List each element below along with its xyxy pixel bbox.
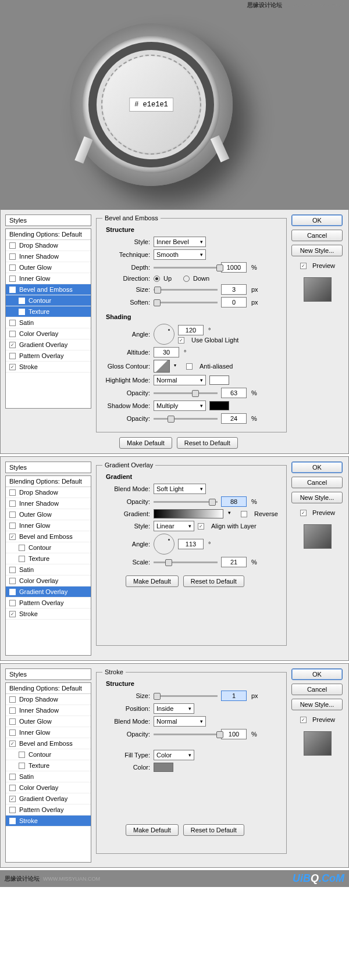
- style-outer-glow[interactable]: Outer Glow: [6, 509, 91, 520]
- grad-blend-dd[interactable]: Soft Light: [154, 484, 206, 494]
- stroke-size-slider[interactable]: [154, 695, 218, 697]
- blending-options[interactable]: Blending Options: Default: [6, 476, 91, 487]
- soften-input[interactable]: 0: [221, 297, 247, 307]
- style-texture[interactable]: Texture: [6, 553, 91, 564]
- preview-cb[interactable]: [300, 510, 307, 516]
- style-stroke[interactable]: Stroke: [6, 362, 91, 373]
- highlight-mode-dd[interactable]: Normal: [154, 375, 206, 385]
- style-inner-shadow[interactable]: Inner Shadow: [6, 251, 91, 262]
- cancel-button[interactable]: Cancel: [291, 684, 343, 695]
- angle-dial[interactable]: [154, 324, 174, 345]
- style-gradient-overlay[interactable]: Gradient Overlay: [6, 339, 91, 350]
- size-input[interactable]: 3: [221, 284, 247, 295]
- style-drop-shadow[interactable]: Drop Shadow: [6, 694, 91, 705]
- grad-scale-slider[interactable]: [154, 561, 218, 563]
- grad-opacity-slider[interactable]: [154, 501, 218, 503]
- preview-cb[interactable]: [300, 717, 307, 723]
- shadow-mode-dd[interactable]: Multiply: [154, 400, 206, 411]
- dir-down-radio[interactable]: [183, 276, 190, 282]
- reverse-cb[interactable]: [241, 511, 247, 517]
- dir-up-radio[interactable]: [154, 276, 160, 282]
- cancel-button[interactable]: Cancel: [291, 477, 343, 488]
- style-inner-glow[interactable]: Inner Glow: [6, 727, 91, 738]
- ok-button[interactable]: OK: [291, 462, 343, 473]
- style-color-overlay[interactable]: Color Overlay: [6, 575, 91, 586]
- ok-button[interactable]: OK: [291, 668, 343, 680]
- style-drop-shadow[interactable]: Drop Shadow: [6, 487, 91, 498]
- make-default-button[interactable]: Make Default: [119, 437, 172, 449]
- style-bevel-emboss[interactable]: Bevel and Emboss: [6, 531, 91, 542]
- ok-button[interactable]: OK: [291, 214, 343, 226]
- style-satin[interactable]: Satin: [6, 771, 91, 782]
- reset-default-button[interactable]: Reset to Default: [183, 824, 244, 836]
- hl-opacity-slider[interactable]: [154, 392, 218, 394]
- grad-angle-input[interactable]: 113: [178, 539, 204, 549]
- style-inner-glow[interactable]: Inner Glow: [6, 273, 91, 284]
- shadow-color[interactable]: [209, 401, 229, 410]
- style-pattern-overlay[interactable]: Pattern Overlay: [6, 804, 91, 816]
- reset-default-button[interactable]: Reset to Default: [177, 437, 238, 449]
- new-style-button[interactable]: New Style...: [291, 245, 343, 256]
- sh-opacity-input[interactable]: 24: [221, 413, 247, 424]
- make-default-button[interactable]: Make Default: [126, 575, 179, 587]
- highlight-color[interactable]: [209, 375, 229, 385]
- new-style-button[interactable]: New Style...: [291, 492, 343, 503]
- style-bevel-emboss[interactable]: Bevel and Emboss: [6, 738, 91, 749]
- cancel-button[interactable]: Cancel: [291, 230, 343, 241]
- style-pattern-overlay[interactable]: Pattern Overlay: [6, 350, 91, 362]
- style-satin[interactable]: Satin: [6, 564, 91, 575]
- style-contour[interactable]: Contour: [6, 749, 91, 760]
- stroke-pos-dd[interactable]: Inside: [154, 703, 194, 714]
- style-contour[interactable]: Contour: [6, 542, 91, 553]
- depth-input[interactable]: 1000: [221, 262, 247, 273]
- style-outer-glow[interactable]: Outer Glow: [6, 262, 91, 273]
- gloss-contour[interactable]: [154, 360, 170, 373]
- style-inner-glow[interactable]: Inner Glow: [6, 520, 91, 531]
- new-style-button[interactable]: New Style...: [291, 699, 343, 710]
- grad-scale-input[interactable]: 21: [221, 557, 247, 567]
- style-gradient-overlay[interactable]: Gradient Overlay: [6, 793, 91, 804]
- style-color-overlay[interactable]: Color Overlay: [6, 328, 91, 339]
- style-texture[interactable]: Texture: [6, 306, 91, 317]
- global-light-cb[interactable]: [178, 337, 184, 344]
- style-stroke[interactable]: Stroke: [6, 816, 91, 827]
- bevel-tech-dd[interactable]: Smooth: [154, 249, 206, 260]
- style-bevel-emboss[interactable]: Bevel and Emboss: [6, 284, 91, 295]
- depth-slider[interactable]: [154, 267, 218, 269]
- altitude-input[interactable]: 30: [154, 347, 179, 357]
- align-cb[interactable]: [198, 523, 204, 530]
- grad-opacity-input[interactable]: 88: [221, 496, 247, 507]
- bevel-style-dd[interactable]: Inner Bevel: [154, 237, 206, 247]
- style-pattern-overlay[interactable]: Pattern Overlay: [6, 598, 91, 609]
- gradient-picker[interactable]: [154, 509, 223, 518]
- size-slider[interactable]: [154, 289, 218, 291]
- style-gradient-overlay[interactable]: Gradient Overlay: [6, 586, 91, 598]
- anti-alias-cb[interactable]: [186, 363, 193, 370]
- style-drop-shadow[interactable]: Drop Shadow: [6, 240, 91, 251]
- stroke-blend-dd[interactable]: Normal: [154, 716, 206, 727]
- reset-default-button[interactable]: Reset to Default: [183, 575, 244, 587]
- style-outer-glow[interactable]: Outer Glow: [6, 716, 91, 727]
- angle-input[interactable]: 120: [178, 325, 204, 335]
- grad-angle-dial[interactable]: [154, 534, 174, 555]
- fill-type-dd[interactable]: Color: [154, 750, 194, 760]
- style-inner-shadow[interactable]: Inner Shadow: [6, 498, 91, 509]
- style-contour[interactable]: Contour: [6, 295, 91, 306]
- stroke-opacity-slider[interactable]: [154, 734, 218, 735]
- style-texture[interactable]: Texture: [6, 760, 91, 771]
- sh-opacity-slider[interactable]: [154, 418, 218, 420]
- preview-cb[interactable]: [300, 263, 307, 269]
- stroke-size-input[interactable]: 1: [221, 691, 247, 701]
- blending-options[interactable]: Blending Options: Default: [6, 683, 91, 694]
- style-inner-shadow[interactable]: Inner Shadow: [6, 705, 91, 716]
- hl-opacity-input[interactable]: 63: [221, 388, 247, 398]
- blending-options[interactable]: Blending Options: Default: [6, 229, 91, 240]
- stroke-color[interactable]: [154, 763, 173, 772]
- make-default-button[interactable]: Make Default: [126, 824, 179, 836]
- grad-style-dd[interactable]: Linear: [154, 521, 194, 531]
- style-stroke[interactable]: Stroke: [6, 609, 91, 620]
- style-color-overlay[interactable]: Color Overlay: [6, 782, 91, 793]
- stroke-opacity-input[interactable]: 100: [221, 729, 247, 739]
- soften-slider[interactable]: [154, 302, 218, 303]
- style-satin[interactable]: Satin: [6, 317, 91, 328]
